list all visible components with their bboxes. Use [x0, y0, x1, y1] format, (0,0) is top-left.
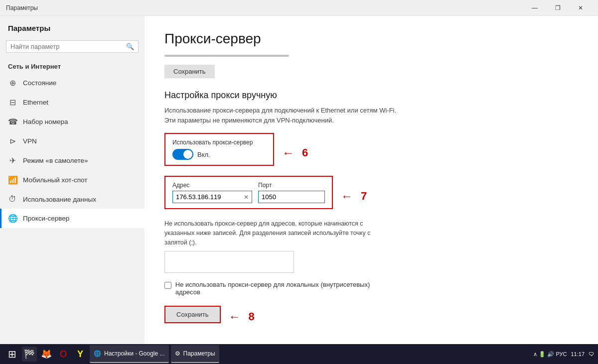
title-bar-text: Параметры — [6, 4, 523, 11]
port-input[interactable] — [262, 193, 321, 201]
address-input[interactable] — [176, 193, 241, 201]
save-button-bottom[interactable]: Сохранить — [165, 307, 220, 322]
exclusions-textarea[interactable] — [164, 251, 294, 273]
annotation-num-6: 6 — [302, 146, 308, 159]
sidebar-item-label: Набор номера — [23, 118, 68, 125]
progress-bar — [164, 55, 289, 57]
port-input-box — [258, 191, 325, 203]
ethernet-icon: ⊟ — [8, 98, 17, 107]
toggle-on-text: Вкл. — [197, 151, 210, 158]
address-field-group: Адрес ✕ — [172, 182, 252, 203]
chrome-label: Настройки - Google ... — [104, 350, 165, 357]
toggle-annotated-row: Использовать прокси-сервер Вкл. ← 6 — [164, 133, 578, 173]
chrome-icon: 🌐 — [94, 350, 101, 357]
local-proxy-checkbox[interactable] — [164, 282, 171, 289]
checkbox-label: Не использовать прокси-сервер для локаль… — [175, 281, 394, 296]
section-title: Настройка прокси вручную — [164, 90, 578, 101]
maximize-button[interactable]: ❐ — [546, 0, 569, 16]
settings-label: Параметры — [183, 350, 215, 357]
checkbox-row: Не использовать прокси-сервер для локаль… — [164, 281, 394, 296]
taskbar-app-settings[interactable]: ⚙ Параметры — [171, 345, 219, 363]
start-button[interactable]: ⊞ — [4, 346, 20, 362]
save-button-bottom-box: Сохранить — [164, 306, 221, 323]
status-icon: ⊕ — [8, 78, 17, 88]
section-desc: Использование прокси-сервера для подключ… — [164, 106, 404, 125]
save-button-top[interactable]: Сохранить — [164, 65, 215, 78]
taskbar-time: 11:17 — [571, 351, 585, 357]
annotation-num-8: 8 — [249, 310, 255, 323]
taskbar-icon-img-3: O — [60, 349, 67, 360]
proxy-icon: 🌐 — [8, 214, 17, 223]
taskbar-tray: ∧ 🔋 🔊 РУС 11:17 🗨 — [533, 351, 594, 358]
sidebar-item-dialup[interactable]: ☎ Набор номера — [0, 112, 145, 131]
dialup-icon: ☎ — [8, 117, 17, 126]
taskbar: ⊞ 🏁 🦊 O Y 🌐 Настройки - Google ... ⚙ Пар… — [0, 344, 598, 364]
search-input[interactable] — [10, 43, 126, 50]
taskbar-app-chrome[interactable]: 🌐 Настройки - Google ... — [90, 345, 169, 363]
sidebar-item-status[interactable]: ⊕ Состояние — [0, 73, 145, 93]
page-title: Прокси-сервер — [164, 31, 578, 47]
settings-icon: ⚙ — [175, 350, 180, 357]
sidebar-item-label: Мобильный хот-спот — [23, 176, 87, 184]
arrow-left-icon-7: ← — [341, 189, 353, 203]
address-label: Адрес — [172, 182, 252, 189]
main-panel: Прокси-сервер Сохранить Настройка прокси… — [145, 16, 598, 344]
sidebar-item-label: Ethernet — [23, 99, 48, 106]
app-body: Параметры 🔍 Сеть и Интернет ⊕ Состояние … — [0, 16, 598, 344]
search-icon: 🔍 — [126, 43, 134, 50]
port-field-group: Порт — [258, 182, 325, 203]
port-label: Порт — [258, 182, 325, 189]
airplane-icon: ✈ — [8, 156, 17, 165]
sidebar-item-label: Использование данных — [23, 196, 96, 203]
addr-port-box: Адрес ✕ Порт — [164, 176, 333, 209]
taskbar-icon-2[interactable]: 🦊 — [39, 347, 54, 362]
addr-annotated-row: Адрес ✕ Порт ← 7 — [164, 176, 578, 216]
close-button[interactable]: ✕ — [569, 0, 592, 16]
title-bar-controls: — ❐ ✕ — [523, 0, 592, 16]
taskbar-icon-4[interactable]: Y — [73, 347, 88, 362]
save-annotated-row: Сохранить ← 8 — [164, 306, 578, 327]
hotspot-icon: 📶 — [8, 175, 17, 185]
sidebar-item-label: VPN — [23, 137, 37, 145]
tray-icons: ∧ 🔋 🔊 РУС — [533, 351, 567, 358]
vpn-icon: ⊳ — [8, 136, 17, 146]
title-bar: Параметры — ❐ ✕ — [0, 0, 598, 16]
datausage-icon: ⏱ — [8, 195, 17, 204]
clear-address-button[interactable]: ✕ — [244, 194, 249, 201]
sidebar-item-proxy[interactable]: 🌐 Прокси-сервер ← 5 — [0, 209, 145, 228]
annotation-num-7: 7 — [361, 190, 367, 203]
toggle-box: Использовать прокси-сервер Вкл. — [164, 133, 274, 166]
sidebar-item-label: Режим «в самолете» — [23, 157, 88, 164]
minimize-button[interactable]: — — [523, 0, 546, 16]
sidebar-item-ethernet[interactable]: ⊟ Ethernet — [0, 93, 145, 112]
sidebar: Параметры 🔍 Сеть и Интернет ⊕ Состояние … — [0, 16, 145, 344]
address-input-box: ✕ — [172, 191, 252, 203]
start-icon: ⊞ — [8, 348, 16, 360]
taskbar-icon-img-4: Y — [77, 349, 83, 360]
notification-icon[interactable]: 🗨 — [589, 351, 594, 357]
taskbar-icon-1[interactable]: 🏁 — [22, 347, 37, 362]
exclusions-desc: Не использовать прокси-сервер для адресо… — [164, 219, 394, 247]
taskbar-icon-img-2: 🦊 — [41, 349, 52, 360]
arrow-left-icon-8: ← — [229, 310, 241, 324]
toggle-label: Использовать прокси-сервер — [172, 139, 266, 146]
sidebar-item-airplane[interactable]: ✈ Режим «в самолете» — [0, 151, 145, 170]
arrow-left-icon-6: ← — [282, 146, 294, 160]
taskbar-icon-3[interactable]: O — [56, 347, 71, 362]
sidebar-item-label: Состояние — [23, 79, 56, 87]
sidebar-item-datausage[interactable]: ⏱ Использование данных — [0, 190, 145, 209]
taskbar-icon-img-1: 🏁 — [24, 349, 35, 360]
sidebar-app-title: Параметры — [0, 16, 145, 36]
sidebar-section-label: Сеть и Интернет — [0, 59, 145, 73]
toggle-row: Вкл. — [172, 149, 266, 160]
sidebar-item-vpn[interactable]: ⊳ VPN — [0, 131, 145, 151]
sidebar-search-box[interactable]: 🔍 — [6, 40, 139, 53]
proxy-toggle[interactable] — [172, 149, 193, 160]
sidebar-item-hotspot[interactable]: 📶 Мобильный хот-спот — [0, 170, 145, 190]
sidebar-item-label: Прокси-сервер — [23, 215, 69, 222]
